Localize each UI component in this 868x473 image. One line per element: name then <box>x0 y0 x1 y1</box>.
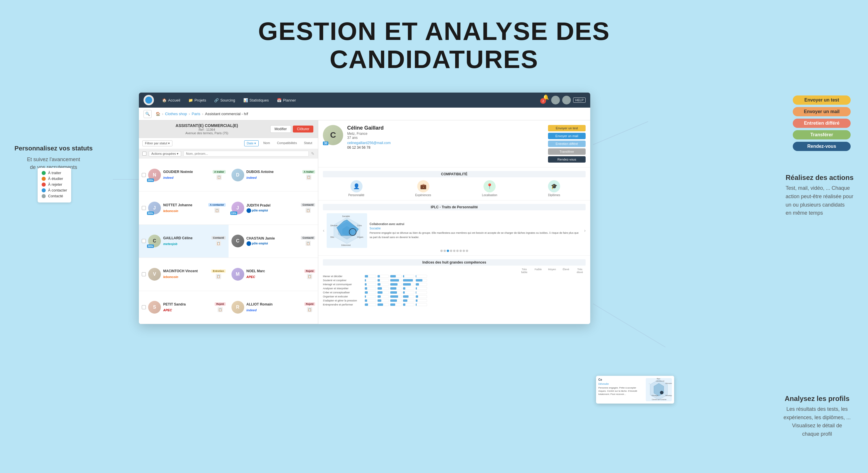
candidate-avatar-wrap: J 55% <box>148 202 161 214</box>
personality-popup-text: Ce Dévouée Personne engagée. Prête à acc… <box>598 378 644 396</box>
candidate-row-alliot[interactable]: R ALLIOT Romain indeed Rejeté 📋 <box>228 291 318 324</box>
breadcrumb-home-icon[interactable]: 🏠 <box>156 112 160 116</box>
filter-statut-button[interactable]: Filtrer par statut ▾ <box>142 140 173 147</box>
candidate-checkbox[interactable] <box>142 206 146 210</box>
comp-bar-cell <box>403 275 414 278</box>
candidates-grid: N 28% GOUDIER Noémie indeed A traiter 📋 <box>139 159 318 324</box>
nav-user-avatar[interactable] <box>551 96 560 104</box>
candidate-row-goudier[interactable]: N 28% GOUDIER Noémie indeed A traiter 📋 <box>139 159 228 191</box>
candidate-source: pôle emploi <box>247 241 299 246</box>
comp-bar-cell <box>377 287 389 290</box>
candidate-action-icon[interactable]: 📋 <box>216 241 221 246</box>
source-logo: APEC <box>163 308 172 312</box>
candidate-action-icon[interactable]: 📋 <box>218 307 223 312</box>
profile-avatar-wrap: C 30 <box>323 125 343 145</box>
candidate-row-chastain[interactable]: C CHASTAIN Jamie pôle emploi Contacté 📋 <box>228 225 318 258</box>
comp-bar-cell <box>377 303 389 306</box>
nav-item-accueil[interactable]: 🏠 Accueil <box>159 96 184 104</box>
profile-name: Céline Gaillard <box>347 125 544 131</box>
candidate-avatar: V <box>148 268 161 281</box>
select-all-checkbox[interactable] <box>142 152 146 156</box>
iplc-dot-2[interactable] <box>443 250 446 252</box>
nav-notification-wrap[interactable]: 🔔 2 <box>542 94 549 106</box>
candidate-action-icon[interactable]: 📋 <box>307 307 312 312</box>
candidate-action-icon[interactable]: 📋 <box>306 208 311 213</box>
comp-row-interagir: Interagir et communiquer <box>323 283 586 286</box>
iplc-dot-5[interactable] <box>453 250 456 252</box>
action-pill-test: Envoyer un test <box>793 95 850 105</box>
candidate-action-icon[interactable]: 📋 <box>307 274 312 279</box>
candidate-info: NOEL Marc APEC <box>247 269 302 279</box>
iplc-dot-8[interactable] <box>463 250 465 252</box>
iplc-dot-9[interactable] <box>466 250 468 252</box>
comp-bar-cell <box>415 303 427 306</box>
candidate-status: A traiter <box>213 170 225 174</box>
candidate-row-macintoch[interactable]: V MACINTOCH Vincent leboncoin Entretien … <box>139 258 228 291</box>
status-legend-item: À rejeter <box>42 182 67 187</box>
nav-user-avatar-2[interactable] <box>562 96 571 104</box>
iplc-dot-3[interactable] <box>447 250 449 252</box>
nav-item-sourcing[interactable]: 🔗 Sourcing <box>211 96 239 104</box>
action-entretien-differe[interactable]: Entretien différé <box>548 140 586 147</box>
action-rdv[interactable]: Rendez-vous <box>548 156 586 163</box>
nav-item-projets[interactable]: 📁 Projets <box>185 96 210 104</box>
actions-groupees-button[interactable]: Actions groupées ▾ <box>149 151 181 157</box>
action-envoyer-mail[interactable]: Envoyer un mail <box>548 133 586 139</box>
candidate-row-petit[interactable]: S PETIT Sandra APEC Rejeté 📋 <box>139 291 228 324</box>
profile-score-badge: 30 <box>323 141 329 145</box>
job-header: ASSISTANT(E) COMMERCIAL(E) Ref : 11364 A… <box>139 120 318 138</box>
breadcrumb-paris[interactable]: Paris <box>192 112 200 116</box>
candidate-row-gaillard[interactable]: C 30% GAILLARD Céline meteojob Contacté … <box>139 225 228 258</box>
search-button[interactable]: 🔍 <box>144 110 152 118</box>
candidate-checkbox[interactable] <box>142 173 146 177</box>
svg-line-2 <box>593 304 665 347</box>
nav-item-planner[interactable]: 📅 Planner <box>273 96 300 104</box>
comp-bar-cell <box>415 275 427 278</box>
comp-bar-cell <box>377 275 389 278</box>
action-pill-entretien: Entretien différé <box>793 119 850 128</box>
action-envoyer-test[interactable]: Envoyer un test <box>548 125 586 131</box>
candidate-avatar-wrap: S <box>148 301 161 314</box>
iplc-dot-4[interactable] <box>450 250 452 252</box>
candidate-checkbox[interactable] <box>142 239 146 243</box>
svg-text:Bien: Bien <box>657 378 660 380</box>
nav-label-stats: Statistiques <box>249 98 269 102</box>
nav-item-statistiques[interactable]: 📊 Statistiques <box>240 96 272 104</box>
iplc-next-button[interactable]: › <box>584 228 586 233</box>
score-badge: 28% <box>147 179 154 182</box>
candidate-source: leboncoin <box>163 208 206 213</box>
candidate-action-icon[interactable]: 📋 <box>216 175 222 180</box>
iplc-prev-button[interactable]: ‹ <box>323 228 324 233</box>
candidate-status: A contacter <box>208 203 225 207</box>
comp-name: Créer et conceptualiser <box>323 291 363 294</box>
breadcrumb-clothes-shop[interactable]: Clothes shop <box>165 112 187 116</box>
candidate-actions: Rejeté 📋 <box>215 302 225 312</box>
iplc-dot-1[interactable] <box>440 250 443 252</box>
candidate-checkbox[interactable] <box>142 305 146 309</box>
candidate-row-nottet[interactable]: J 55% NOTTET Johanne leboncoin A contact… <box>139 191 228 224</box>
candidate-action-icon[interactable]: 📋 <box>216 274 221 279</box>
candidate-action-icon[interactable]: 📋 <box>306 241 311 246</box>
name-search-input[interactable] <box>183 151 309 157</box>
comp-row-entreprendre: Entreprendre et performer <box>323 303 586 306</box>
sort-compatibilities-label[interactable]: Compatibilités <box>275 140 299 147</box>
sort-nom-label[interactable]: Nom <box>261 140 272 147</box>
iplc-dot-7[interactable] <box>460 250 462 252</box>
action-transferer[interactable]: Transférer <box>548 149 586 155</box>
edit-icon[interactable]: ✎ <box>311 151 314 156</box>
candidate-action-icon[interactable]: 📋 <box>214 208 220 213</box>
modifier-button[interactable]: Modifier <box>270 125 291 133</box>
comp-bar-cell <box>390 299 402 302</box>
candidate-checkbox[interactable] <box>142 272 146 276</box>
candidate-actions: Contacté 📋 <box>212 236 226 246</box>
candidate-action-icon[interactable]: 📋 <box>306 175 311 180</box>
poleemploi-icon <box>247 241 251 246</box>
iplc-dot-6[interactable] <box>456 250 459 252</box>
cloturer-button[interactable]: Clôturer <box>293 126 313 132</box>
nav-help-button[interactable]: HELP <box>573 97 586 103</box>
candidate-row-noel[interactable]: M NOEL Marc APEC Rejeté 📋 <box>228 258 318 291</box>
candidate-row-judith[interactable]: J 15% JUDITH Pradel pôle emploi Contacté… <box>228 191 318 224</box>
sort-date-button[interactable]: Date ▾ <box>244 140 259 147</box>
candidate-row-dubois[interactable]: D DUBOIS Antoine indeed A traiter 📋 <box>228 159 318 191</box>
sort-statut-label[interactable]: Statut <box>302 140 314 147</box>
